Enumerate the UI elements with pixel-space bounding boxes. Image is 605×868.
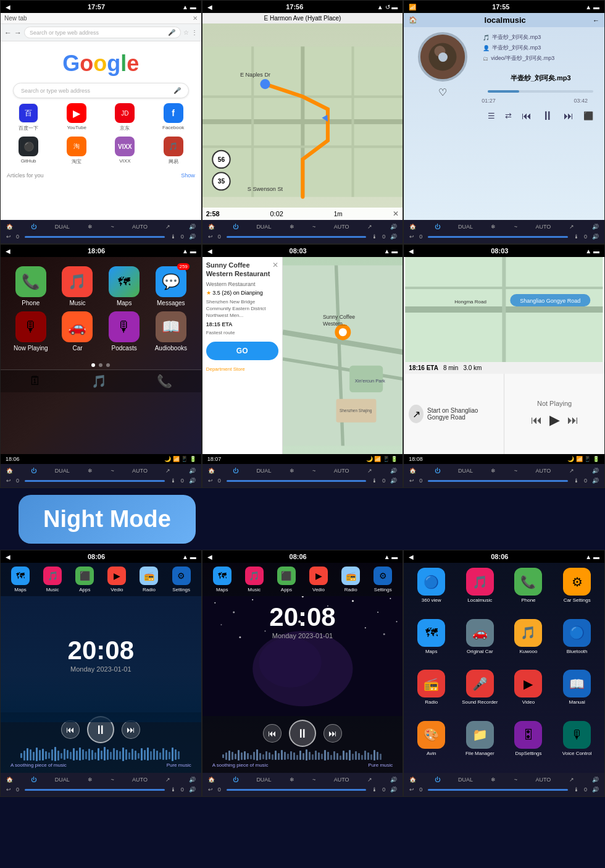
mic-icon[interactable]: 🎤 [168, 29, 175, 36]
n1-maps[interactable]: 🗺 Maps [11, 567, 30, 592]
shortcut-baidu[interactable]: 百 百度一下 [7, 103, 50, 132]
power-btn[interactable]: ⏻ [29, 222, 38, 231]
ng-radio[interactable]: 📻 Radio [409, 670, 454, 717]
cp-maps[interactable]: 🗺 Maps [103, 266, 145, 306]
auto-btn[interactable]: AUTO [130, 222, 149, 231]
power-btn-2[interactable]: ⏻ [231, 222, 240, 231]
music-home[interactable]: 🏠 [409, 16, 417, 24]
ac-btn-2[interactable]: ❄ [288, 222, 296, 231]
auto-btn-2[interactable]: AUTO [332, 222, 351, 231]
ng-maps[interactable]: 🗺 Maps [409, 619, 454, 667]
bookmark-icon[interactable]: ☆ [183, 29, 189, 36]
menu-icon[interactable]: ⋮ [191, 29, 198, 36]
vol-ctrl[interactable]: 🔊 [187, 232, 198, 241]
nav-close[interactable]: ✕ [393, 209, 399, 218]
n2-back[interactable]: ◀ [207, 554, 212, 560]
slider-2[interactable] [227, 236, 367, 238]
n2-vedio[interactable]: ▶ Vedio [309, 567, 328, 592]
ng-originalcar[interactable]: 🚗 Original Car [457, 619, 503, 667]
n1-apps[interactable]: ⬛ Apps [75, 567, 94, 592]
google-search-box[interactable]: Search or type web address 🎤 [13, 83, 189, 98]
shuffle-icon[interactable]: ⇄ [505, 111, 512, 120]
slider-4[interactable] [25, 480, 165, 482]
cp-phone[interactable]: 📞 Phone [10, 266, 52, 306]
n2-pause-btn[interactable]: ⏸ [289, 720, 316, 747]
track-item-3[interactable]: 🗂 video/半壶纱_刘珂矣.mp3 [482, 53, 599, 64]
ng-manual[interactable]: 📖 Manual [554, 670, 599, 717]
slider-1[interactable] [25, 236, 165, 238]
cp-messages[interactable]: 💬 259 Messages [150, 266, 192, 306]
back-icon[interactable]: ◀ [6, 4, 10, 11]
ng-avin[interactable]: 🎨 Avin [409, 721, 454, 769]
progress-bar[interactable] [488, 90, 594, 93]
search-mic[interactable]: 🎤 [173, 87, 181, 94]
fan-btn[interactable]: ~ [109, 222, 115, 231]
home-btn[interactable]: 🏠 [4, 222, 15, 231]
n3-back[interactable]: ◀ [409, 554, 414, 560]
cp-car[interactable]: 🚗 Car [57, 311, 99, 352]
shortcut-facebook[interactable]: f Facebook [151, 103, 194, 132]
n1-back[interactable]: ◀ [6, 554, 10, 560]
home-btn-3[interactable]: 🏠 [407, 222, 418, 231]
n1-music[interactable]: 🎵 Music [43, 567, 62, 592]
ng-360view[interactable]: 🔵 360 view [409, 568, 454, 615]
ng-kuwooo[interactable]: 🎵 Kuwooo [506, 619, 551, 667]
shortcut-netease[interactable]: 🎵 网易 [151, 137, 194, 165]
pause-icon[interactable]: ⏸ [541, 109, 554, 123]
nav-play-btn[interactable]: ▶ [549, 412, 560, 428]
cp2-back[interactable]: ◀ [207, 248, 212, 255]
tab-new[interactable]: New tab [4, 15, 27, 22]
dock-music[interactable]: 🎵 [91, 374, 107, 389]
cp-back[interactable]: ◀ [6, 248, 10, 255]
back-ctrl[interactable]: ↩ [4, 232, 13, 241]
ng-dspsettings[interactable]: 🎛 DspSettings [506, 721, 551, 769]
vol-btn-2[interactable]: 🔊 [388, 222, 399, 231]
close-search[interactable]: ✕ [272, 261, 278, 269]
shortcut-taobao[interactable]: 淘 淘宝 [55, 137, 98, 165]
n2-next-btn[interactable]: ⏭ [323, 724, 342, 743]
cp3-back[interactable]: ◀ [409, 248, 414, 255]
n2-prev-btn[interactable]: ⏮ [263, 724, 282, 743]
slider-3[interactable] [428, 236, 568, 238]
home-btn-2[interactable]: 🏠 [206, 222, 217, 231]
track-item-1[interactable]: 🎵 半壶纱_刘珂矣.mp3 [482, 32, 599, 43]
cp-podcasts[interactable]: 🎙 Podcasts [103, 311, 145, 352]
shortcut-github[interactable]: ⚫ GitHub [7, 137, 50, 165]
slider-5[interactable] [227, 480, 367, 482]
dock-calendar[interactable]: 🗓 [29, 374, 41, 389]
slider-8[interactable] [227, 789, 367, 791]
n2-settings[interactable]: ⚙ Settings [373, 567, 392, 592]
ng-localmusic[interactable]: 🎵 Localmusic [457, 568, 503, 615]
slider-9[interactable] [428, 789, 568, 791]
ng-bluetooth[interactable]: 🔵 Bluetooth [554, 619, 599, 667]
tab-close[interactable]: ✕ [193, 15, 198, 22]
vol-btn[interactable]: 🔊 [187, 222, 198, 231]
slider-7[interactable] [25, 789, 165, 791]
ng-soundrecorder[interactable]: 🎤 Sound Recorder [457, 670, 503, 717]
playlist-icon[interactable]: ☰ [488, 111, 495, 120]
ng-voicecontrol[interactable]: 🎙 Voice Control [554, 721, 599, 769]
n2-apps[interactable]: ⬛ Apps [277, 567, 296, 592]
back-ctrl-2[interactable]: ↩ [206, 232, 215, 241]
nav-back[interactable]: ← [4, 28, 12, 37]
nav-prev-btn[interactable]: ⏮ [531, 414, 542, 427]
temp-btn[interactable]: ↗ [164, 222, 172, 231]
shortcut-youtube[interactable]: ▶ YouTube [55, 103, 98, 132]
url-bar[interactable]: Search or type web address 🎤 [24, 27, 181, 38]
n2-music[interactable]: 🎵 Music [245, 567, 264, 592]
show-label[interactable]: Show [181, 172, 195, 179]
dual-btn[interactable]: DUAL [53, 222, 72, 231]
nav-next-btn[interactable]: ⏭ [567, 414, 578, 427]
n1-radio[interactable]: 📻 Radio [140, 567, 158, 592]
n1-next-btn[interactable]: ⏭ [122, 720, 140, 739]
temp-btn-2[interactable]: ↗ [365, 222, 374, 231]
ng-video[interactable]: ▶ Video [506, 670, 551, 717]
fan-btn-2[interactable]: ~ [311, 222, 317, 231]
n1-vedio[interactable]: ▶ Vedio [107, 567, 126, 592]
nav-forward[interactable]: → [14, 28, 22, 37]
n1-settings[interactable]: ⚙ Settings [172, 567, 191, 592]
n1-prev-btn[interactable]: ⏮ [61, 720, 80, 739]
music-back[interactable]: ← [593, 17, 599, 24]
eq-icon[interactable]: ⬛ [583, 111, 593, 120]
power-btn-3[interactable]: ⏻ [433, 222, 442, 231]
